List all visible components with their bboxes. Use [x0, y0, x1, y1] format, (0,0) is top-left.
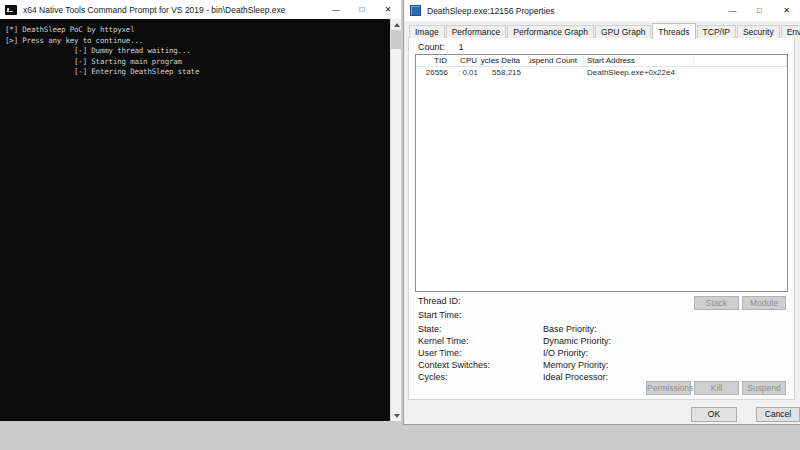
stack-button[interactable]: Stack [694, 296, 739, 310]
label-start-time: Start Time: [418, 310, 462, 320]
tab-threads[interactable]: Threads [652, 23, 695, 39]
cmd-icon [5, 5, 17, 15]
module-button[interactable]: Module [742, 296, 786, 310]
label-context-switches: Context Switches: [418, 360, 490, 370]
threads-tab-panel: Count:1 TID CPU Cycles Delta Suspend Cou… [408, 37, 795, 400]
terminal-line: [*] DeathSleep PoC by httpyxel [5, 25, 390, 36]
dialog-window-controls: — □ ✕ [719, 0, 800, 21]
label-dynamic-priority: Dynamic Priority: [543, 336, 611, 346]
thread-count: Count:1 [418, 42, 478, 52]
scroll-down-icon[interactable] [391, 410, 402, 421]
column-header-filler [694, 55, 787, 66]
count-label: Count: [418, 42, 445, 52]
close-icon[interactable]: ✕ [773, 0, 800, 21]
terminal-line: [-] Dummy thread waiting... [5, 46, 390, 57]
scroll-up-icon[interactable] [391, 19, 402, 30]
column-header-cycles-delta[interactable]: Cycles Delta [481, 55, 529, 66]
terminal-title-bar: x64 Native Tools Command Prompt for VS 2… [0, 0, 401, 19]
cell-suspend-count [529, 67, 584, 78]
terminal-line: [-] Starting main program [5, 57, 390, 68]
cancel-button[interactable]: Cancel [756, 407, 800, 422]
terminal-window-title: x64 Native Tools Command Prompt for VS 2… [23, 5, 323, 15]
maximize-icon[interactable]: □ [349, 0, 375, 19]
label-memory-priority: Memory Priority: [543, 360, 609, 370]
cell-cpu: < 0.01 [459, 67, 481, 78]
threads-list: TID CPU Cycles Delta Suspend Count Start… [415, 54, 788, 292]
column-header-cpu[interactable]: CPU [459, 55, 481, 66]
tab-image[interactable]: Image [409, 25, 445, 38]
maximize-icon[interactable]: □ [746, 0, 773, 21]
column-header-start-address[interactable]: Start Address [584, 55, 694, 66]
table-row[interactable]: 26556 < 0.01 558,215 DeathSleep.exe+0x22… [416, 67, 787, 78]
label-base-priority: Base Priority: [543, 324, 597, 334]
dialog-title-bar: DeathSleep.exe:12156 Properties — □ ✕ [404, 0, 800, 21]
tab-security[interactable]: Security [737, 25, 780, 38]
terminal-line: [-] Entering DeathSleep state [5, 67, 390, 78]
label-user-time: User Time: [418, 348, 462, 358]
cell-start-address: DeathSleep.exe+0x22e4 [584, 67, 694, 78]
minimize-icon[interactable]: — [323, 0, 349, 19]
tab-tcpip[interactable]: TCP/IP [697, 25, 736, 38]
label-thread-id: Thread ID: [418, 296, 461, 306]
cell-tid: 26556 [416, 67, 459, 78]
kill-button[interactable]: Kill [694, 381, 739, 395]
tab-performance[interactable]: Performance [446, 25, 507, 38]
count-value: 1 [459, 42, 464, 52]
label-kernel-time: Kernel Time: [418, 336, 469, 346]
tab-environment[interactable]: Environment [781, 25, 800, 38]
label-state: State: [418, 324, 442, 334]
label-io-priority: I/O Priority: [543, 348, 588, 358]
tab-performance-graph[interactable]: Performance Graph [507, 25, 594, 38]
label-ideal-processor: Ideal Processor: [543, 372, 608, 382]
scrollbar-thumb[interactable] [391, 30, 402, 49]
process-properties-dialog: DeathSleep.exe:12156 Properties — □ ✕ Im… [403, 0, 800, 425]
close-icon[interactable]: ✕ [375, 0, 401, 19]
column-header-tid[interactable]: TID [416, 55, 459, 66]
terminal-output: [*] DeathSleep PoC by httpyxel [>] Press… [0, 19, 390, 421]
terminal-line: [>] Press any key to continue... [5, 36, 390, 47]
terminal-scrollbar[interactable] [390, 19, 401, 421]
column-header-suspend-count[interactable]: Suspend Count [529, 55, 584, 66]
terminal-window: x64 Native Tools Command Prompt for VS 2… [0, 0, 401, 421]
terminal-window-controls: — □ ✕ [323, 0, 401, 19]
permissions-button[interactable]: Permissions [646, 381, 691, 395]
ok-button[interactable]: OK [691, 407, 737, 422]
tab-strip: Image Performance Performance Graph GPU … [409, 23, 796, 38]
app-icon [410, 5, 421, 16]
suspend-button[interactable]: Suspend [742, 381, 786, 395]
cell-cycles-delta: 558,215 [481, 67, 529, 78]
label-cycles: Cycles: [418, 372, 448, 382]
tab-gpu-graph[interactable]: GPU Graph [595, 25, 651, 38]
threads-list-header: TID CPU Cycles Delta Suspend Count Start… [416, 55, 787, 67]
dialog-title: DeathSleep.exe:12156 Properties [427, 6, 719, 16]
minimize-icon[interactable]: — [719, 0, 746, 21]
